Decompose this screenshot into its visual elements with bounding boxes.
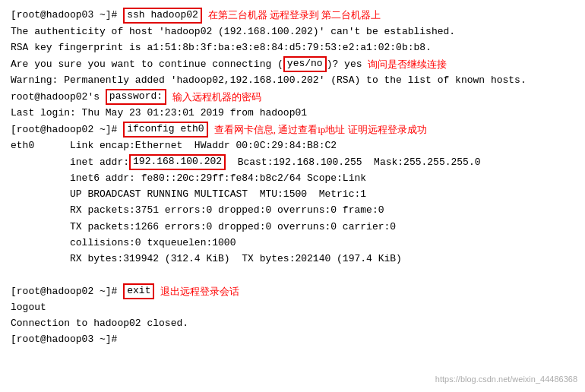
line-authenticity: The authenticity of host 'hadoop02 (192.… bbox=[11, 24, 574, 40]
line-inet: inet addr: 192.168.100.202 Bcast:192.168… bbox=[11, 154, 574, 170]
line-hadoop03-prompt: [root@hadoop03 ~]# bbox=[11, 332, 574, 347]
line-logout: logout bbox=[11, 300, 574, 315]
line-ifconfig: [root@hadoop02 ~]# ifconfig eth0 查看网卡信息,… bbox=[11, 122, 574, 138]
prompt-1: [root@hadoop03 ~]# bbox=[11, 8, 123, 23]
line-closed: Connection to hadoop02 closed. bbox=[11, 316, 574, 331]
terminal: [root@hadoop03 ~]# ssh hadoop02 在第三台机器 远… bbox=[0, 0, 585, 392]
line-exit: [root@hadoop02 ~]# exit 退出远程登录会话 bbox=[11, 283, 574, 299]
line-yesno: Are you sure you want to continue connec… bbox=[11, 56, 574, 72]
line-rxbytes: RX bytes:319942 (312.4 KiB) TX bytes:202… bbox=[11, 251, 574, 267]
line-warning: Warning: Permanently added 'hadoop02,192… bbox=[11, 73, 574, 88]
line-blank1 bbox=[11, 267, 574, 283]
cmd-ssh: ssh hadoop02 bbox=[123, 8, 202, 24]
ip-address: 192.168.100.202 bbox=[129, 154, 226, 170]
line-ssh: [root@hadoop03 ~]# ssh hadoop02 在第三台机器 远… bbox=[11, 8, 574, 24]
line-rsa: RSA key fingerprint is a1:51:8b:3f:ba:e3… bbox=[11, 40, 574, 55]
line-eth0-header: eth0 Link encap:Ethernet HWaddr 00:0C:29… bbox=[11, 138, 574, 153]
line-rxpackets: RX packets:3751 errors:0 dropped:0 overr… bbox=[11, 203, 574, 218]
line-lastlogin: Last login: Thu May 23 01:23:01 2019 fro… bbox=[11, 106, 574, 121]
watermark: https://blog.csdn.net/weixin_44486368 bbox=[435, 373, 577, 386]
cmd-exit: exit bbox=[123, 283, 154, 299]
annotation-ssh: 在第三台机器 远程登录到 第二台机器上 bbox=[208, 8, 381, 23]
line-upbroadcast: UP BROADCAST RUNNING MULTICAST MTU:1500 … bbox=[11, 187, 574, 202]
cmd-ifconfig: ifconfig eth0 bbox=[123, 122, 207, 138]
line-inet6: inet6 addr: fe80::20c:29ff:fe84:b8c2/64 … bbox=[11, 171, 574, 186]
annotation-password: 输入远程机器的密码 bbox=[172, 90, 261, 105]
line-password: root@hadoop02's password: 输入远程机器的密码 bbox=[11, 89, 574, 105]
password-highlight: password: bbox=[106, 89, 166, 105]
line-collisions: collisions:0 txqueuelen:1000 bbox=[11, 236, 574, 251]
line-txpackets: TX packets:1266 errors:0 dropped:0 overr… bbox=[11, 220, 574, 235]
yesno-highlight: yes/no bbox=[283, 56, 327, 72]
annotation-ifconfig: 查看网卡信息, 通过查看ip地址 证明远程登录成功 bbox=[214, 122, 427, 138]
annotation-exit: 退出远程登录会话 bbox=[160, 284, 239, 299]
annotation-yesno: 询问是否继续连接 bbox=[368, 57, 447, 72]
